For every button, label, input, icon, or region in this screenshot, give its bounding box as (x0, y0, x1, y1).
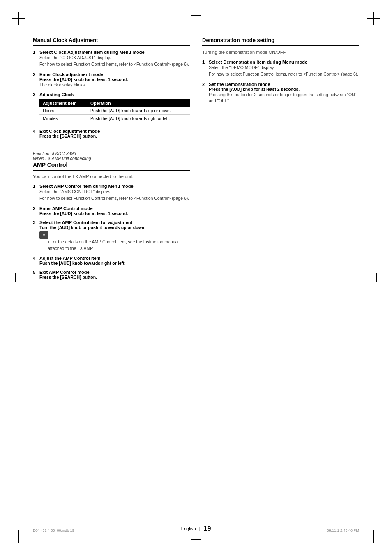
center-mark-top (191, 10, 201, 20)
manual-clock-section: Manual Clock Adjustment 1 Select Clock A… (33, 37, 190, 139)
clock-step-4-content: Exit Clock adjustment mode Press the [SE… (39, 129, 190, 139)
separator: | (199, 526, 201, 531)
amp-step-4-content: Adjust the AMP Control item Push the [AU… (39, 256, 190, 266)
center-mark-bottom (191, 535, 201, 545)
page-number-area: English | 19 (181, 525, 211, 532)
footer-date: 08.11.1 2:43:46 PM (327, 528, 359, 532)
page-number: 19 (204, 525, 211, 532)
clock-step-1-title: Select Clock Adjustment item during Menu… (39, 50, 190, 55)
amp-step-1-number: 1 (33, 184, 37, 202)
amp-step-1-body: Select the "AMS CONTROL" display. For ho… (39, 189, 190, 202)
clock-step-3-title: Adjusting Clock (39, 92, 190, 97)
demo-mode-subtitle: Turning the demonstration mode ON/OFF. (202, 50, 359, 55)
demo-mode-title: Demonstration mode setting (202, 37, 359, 46)
amp-step-1-content: Select AMP Control item during Menu mode… (39, 184, 190, 202)
amp-step-3-emphasis: Turn the [AUD] knob or push it towards u… (39, 225, 190, 230)
amp-step-2-content: Enter AMP Control mode Press the [AUD] k… (39, 206, 190, 216)
table-row: Hours Push the [AUD] knob towards up or … (39, 107, 190, 115)
clock-step-2-content: Enter Clock adjustment mode Press the [A… (39, 72, 190, 88)
right-column: Demonstration mode setting Turning the d… (202, 37, 359, 284)
demo-step-2: 2 Set the Demonstration mode Press the [… (202, 82, 359, 105)
amp-step-5-number: 5 (33, 270, 37, 280)
clock-step-4: 4 Exit Clock adjustment mode Press the [… (33, 129, 190, 139)
amp-step-4-title: Adjust the AMP Control item (39, 256, 190, 261)
clock-step-2-body: The clock display blinks. (39, 82, 190, 88)
clock-step-2: 2 Enter Clock adjustment mode Press the … (33, 72, 190, 88)
footer-file: B64 431 4 00_00.indb 19 (33, 528, 74, 532)
clock-step-4-title: Exit Clock adjustment mode (39, 129, 190, 134)
amp-step-2-emphasis: Press the [AUD] knob for at least 1 seco… (39, 211, 190, 216)
amp-step-5-title: Exit AMP Control mode (39, 270, 190, 275)
demo-step-2-number: 2 (202, 82, 206, 105)
amp-step-5-content: Exit AMP Control mode Press the [SEARCH]… (39, 270, 190, 280)
amp-step-3-content: Select the AMP Control item for adjustme… (39, 220, 190, 252)
manual-clock-title: Manual Clock Adjustment (33, 37, 190, 46)
amp-function-label: Function of KDC-X493 When LX AMP unit co… (33, 151, 190, 161)
amp-step-5: 5 Exit AMP Control mode Press the [SEARC… (33, 270, 190, 280)
amp-step-3: 3 Select the AMP Control item for adjust… (33, 220, 190, 252)
demo-step-2-emphasis: Press the [AUD] knob for at least 2 seco… (209, 87, 359, 92)
amp-control-subtitle: You can control the LX AMP connected to … (33, 174, 190, 179)
demo-step-1-body: Select the "DEMO MODE" display. For how … (209, 65, 359, 78)
amp-step-3-number: 3 (33, 220, 37, 252)
corner-mark-bottom-right (363, 526, 380, 543)
amp-step-2-title: Enter AMP Control mode (39, 206, 190, 211)
table-row: Minutes Push the [AUD] knob towards righ… (39, 115, 190, 123)
content-area: Manual Clock Adjustment 1 Select Clock A… (33, 37, 359, 518)
center-mark-left (10, 273, 20, 282)
amp-when-label: When LX AMP unit connecting (33, 156, 91, 161)
page: Manual Clock Adjustment 1 Select Clock A… (0, 0, 392, 555)
amp-function-text: Function of KDC-X493 (33, 151, 76, 156)
amp-step-1: 1 Select AMP Control item during Menu mo… (33, 184, 190, 202)
amp-step-2: 2 Enter AMP Control mode Press the [AUD]… (33, 206, 190, 216)
center-mark-right (372, 273, 382, 282)
left-column: Manual Clock Adjustment 1 Select Clock A… (33, 37, 190, 284)
amp-step-3-note-area: ≡ (39, 231, 190, 239)
amp-control-title: AMP Control (33, 162, 190, 171)
amp-step-3-title: Select the AMP Control item for adjustme… (39, 220, 190, 225)
amp-step-3-bullet: • For the details on the AMP Control ite… (48, 239, 190, 252)
clock-step-3: 3 Adjusting Clock Adjustment item Operat… (33, 92, 190, 125)
demo-step-1: 1 Select Demonstration item during Menu … (202, 60, 359, 78)
demo-step-1-content: Select Demonstration item during Menu mo… (209, 60, 359, 78)
note-icon: ≡ (39, 231, 48, 239)
table-cell-hours-op: Push the [AUD] knob towards up or down. (87, 107, 190, 115)
demo-mode-section: Demonstration mode setting Turning the d… (202, 37, 359, 104)
table-cell-minutes-op: Push the [AUD] knob towards right or lef… (87, 115, 190, 123)
two-column-layout: Manual Clock Adjustment 1 Select Clock A… (33, 37, 359, 284)
demo-step-1-number: 1 (202, 60, 206, 78)
corner-mark-bottom-left (12, 526, 29, 543)
clock-step-1-body: Select the "CLOCK ADJUST" display. For h… (39, 55, 190, 68)
amp-step-5-emphasis: Press the [SEARCH] button. (39, 275, 190, 280)
amp-step-4: 4 Adjust the AMP Control item Push the [… (33, 256, 190, 266)
demo-step-1-title: Select Demonstration item during Menu mo… (209, 60, 359, 65)
demo-step-2-body: Pressing this button for 2 seconds or lo… (209, 92, 359, 105)
table-cell-hours-item: Hours (39, 107, 87, 115)
language-label: English (181, 526, 196, 531)
clock-step-2-title: Enter Clock adjustment mode (39, 72, 190, 77)
clock-step-1-number: 1 (33, 50, 37, 68)
amp-step-1-title: Select AMP Control item during Menu mode (39, 184, 190, 189)
corner-mark-top-left (12, 12, 29, 29)
amp-step-4-number: 4 (33, 256, 37, 266)
amp-step-2-number: 2 (33, 206, 37, 216)
clock-step-1: 1 Select Clock Adjustment item during Me… (33, 50, 190, 68)
amp-step-4-emphasis: Push the [AUD] knob towards right or lef… (39, 261, 190, 266)
clock-step-4-number: 4 (33, 129, 37, 139)
clock-step-1-content: Select Clock Adjustment item during Menu… (39, 50, 190, 68)
amp-control-section: Function of KDC-X493 When LX AMP unit co… (33, 151, 190, 280)
clock-step-3-content: Adjusting Clock Adjustment item Operatio… (39, 92, 190, 125)
clock-step-2-emphasis: Press the [AUD] knob for at least 1 seco… (39, 77, 190, 82)
clock-step-4-emphasis: Press the [SEARCH] button. (39, 134, 190, 139)
corner-mark-top-right (363, 12, 380, 29)
clock-step-3-number: 3 (33, 92, 37, 125)
adjustment-table: Adjustment item Operation Hours Push the… (39, 99, 190, 122)
demo-step-2-content: Set the Demonstration mode Press the [AU… (209, 82, 359, 105)
table-cell-minutes-item: Minutes (39, 115, 87, 123)
demo-step-2-title: Set the Demonstration mode (209, 82, 359, 87)
clock-step-2-number: 2 (33, 72, 37, 88)
table-header-operation: Operation (87, 99, 190, 107)
table-header-item: Adjustment item (39, 99, 87, 107)
